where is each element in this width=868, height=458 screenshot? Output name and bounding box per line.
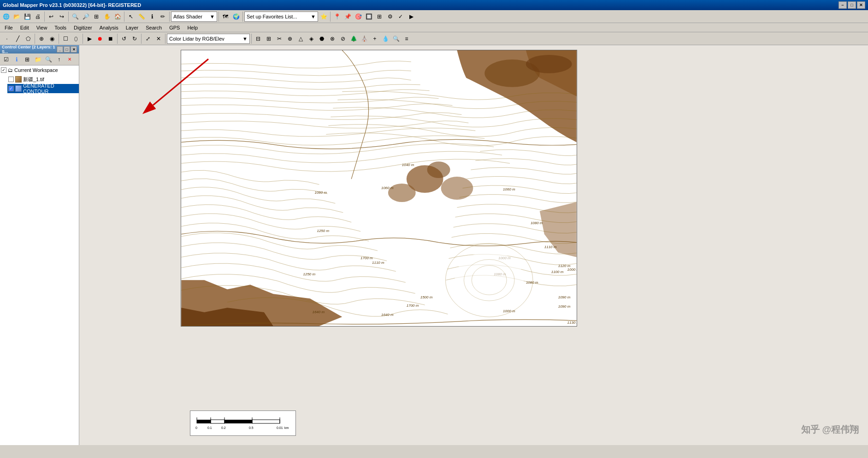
print-button[interactable]: 🖨 [33,12,43,22]
menu-analysis[interactable]: Analysis [96,24,122,31]
sep-d7 [251,34,252,44]
cc-info-button[interactable]: ℹ [12,54,22,65]
filter7[interactable]: ⬣ [317,34,327,44]
svg-text:0: 0 [195,426,197,429]
contour-checkbox[interactable]: ✓ [8,86,14,91]
sep-5 [218,12,219,22]
lasso-button[interactable]: ⬯ [71,34,81,44]
measure-button[interactable]: 📏 [136,12,147,22]
menu-help[interactable]: Help [183,24,201,31]
open-button[interactable]: 📂 [12,12,22,22]
cc-check-button[interactable]: ☑ [1,54,11,65]
save-button[interactable]: 💾 [22,12,32,22]
edit-button[interactable]: ✏ [158,12,168,22]
control-center-header: Control Center (2 Layers: 1 S... _ □ ✕ [0,45,79,54]
coord3-button[interactable]: 🎯 [353,12,363,22]
layer-workspace[interactable]: ✓ 🗂 Current Workspace [0,65,79,75]
draw-poly[interactable]: ⬠ [23,34,33,44]
coord2-button[interactable]: 📌 [342,12,353,22]
rotate-right[interactable]: ↻ [130,34,140,44]
move-button[interactable]: ⤢ [143,34,153,44]
cc-close[interactable]: ✕ [71,46,77,53]
menu-layer[interactable]: Layer [122,24,142,31]
filter13[interactable]: 💧 [380,34,390,44]
menu-file[interactable]: File [1,24,17,31]
star-button[interactable]: ⭐ [319,12,329,22]
cc-up-button[interactable]: ↑ [54,54,64,65]
filter5[interactable]: △ [295,34,306,44]
filter15[interactable]: ≡ [402,34,412,44]
maximize-button[interactable]: □ [848,1,856,9]
filter4[interactable]: ⊕ [285,34,295,44]
draw-line[interactable]: ╱ [12,34,23,44]
minimize-button[interactable]: − [838,1,847,9]
filter9[interactable]: ⊘ [338,34,348,44]
svg-point-8 [441,177,473,200]
zoom-fit-button[interactable]: ⊞ [91,12,101,22]
node-button[interactable]: ◉ [47,34,57,44]
svg-point-7 [427,161,450,178]
filter11[interactable]: ⛪ [359,34,369,44]
favorites-dropdown[interactable]: Set up Favorites List... ▼ [244,12,318,22]
globe2-button[interactable]: 🌍 [231,12,241,22]
snap-button[interactable]: ⊕ [36,34,47,44]
filter8[interactable]: ⊗ [327,34,337,44]
sep-6 [242,12,243,22]
redo-button[interactable]: ↪ [57,12,67,22]
record-button[interactable]: ⏺ [95,34,105,44]
scale-bar-svg: 0 0.1 0.2 0.5 0.01 km [192,413,294,431]
workspace-checkbox[interactable]: ✓ [1,67,6,73]
select2-button[interactable]: ☐ [60,34,71,44]
menu-tools[interactable]: Tools [51,24,70,31]
rotate-left[interactable]: ↺ [119,34,129,44]
globe-button[interactable]: 🌐 [1,12,11,22]
play-button[interactable]: ▶ [84,34,94,44]
cc-minimize[interactable]: _ [57,46,63,53]
map-area[interactable]: 1040 m 1060 m 1080 m 1110 m 1100 m 1120 … [79,45,868,445]
zoom-out-button[interactable]: 🔎 [81,12,91,22]
filter3[interactable]: ✂ [274,34,284,44]
undo-button[interactable]: ↩ [46,12,56,22]
filter1[interactable]: ⊟ [253,34,263,44]
grid-button[interactable]: ⊞ [374,12,384,22]
cc-folder-button[interactable]: 📁 [33,54,43,65]
more-button[interactable]: ▶ [406,12,416,22]
draw-point[interactable]: · [2,34,12,44]
shader-dropdown[interactable]: Atlas Shader ▼ [171,12,217,22]
layer-contour[interactable]: ✓ GENERATED CONTOUR [7,84,79,93]
filter6[interactable]: ◈ [306,34,316,44]
menu-edit[interactable]: Edit [17,24,33,31]
menu-digitizer[interactable]: Digitizer [70,24,96,31]
cc-search-button[interactable]: 🔍 [43,54,53,65]
filter12[interactable]: + [370,34,380,44]
cc-delete-button[interactable]: ✕ [65,54,75,65]
sep-d1 [35,34,35,44]
menu-view[interactable]: View [33,24,51,31]
select-button[interactable]: ↖ [126,12,136,22]
zoom-in-button[interactable]: 🔍 [70,12,80,22]
identify-button[interactable]: ℹ [147,12,157,22]
pan-button[interactable]: ✋ [102,12,112,22]
stop-button[interactable]: ⏹ [106,34,116,44]
contour-label: GENERATED CONTOUR [23,83,78,94]
workspace-label: Current Workspace [14,67,58,73]
layer-button[interactable]: 🗺 [220,12,230,22]
coord1-button[interactable]: 📍 [332,12,342,22]
tif-checkbox[interactable] [8,77,14,82]
settings-button[interactable]: ⚙ [385,12,395,22]
check-button[interactable]: ✓ [396,12,406,22]
home-button[interactable]: 🏠 [112,12,123,22]
close-button[interactable]: ✕ [857,1,865,9]
svg-text:0.2: 0.2 [221,426,226,429]
menu-gps[interactable]: GPS [165,24,183,31]
filter2[interactable]: ⊞ [264,34,274,44]
delete-button[interactable]: ✕ [154,34,164,44]
cc-maximize[interactable]: □ [64,46,70,53]
filter14[interactable]: 🔍 [391,34,401,44]
color-layer-dropdown[interactable]: Color Lidar by RGB/Elev ▼ [167,34,250,44]
filter10[interactable]: 🌲 [348,34,359,44]
cc-table-button[interactable]: ⊞ [22,54,32,65]
menu-search[interactable]: Search [142,24,165,31]
coord4-button[interactable]: 🔲 [364,12,374,22]
layer-tif[interactable]: 新疆_1.tif [7,75,79,84]
